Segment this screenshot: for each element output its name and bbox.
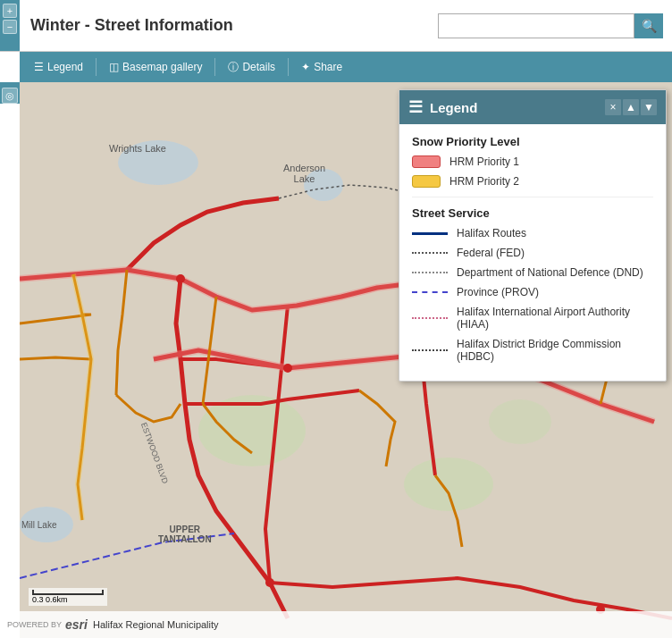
basemap-label: Basemap gallery — [122, 61, 202, 73]
legend-down-button[interactable]: ▼ — [641, 99, 657, 115]
scale-label: 0.3 0.6km — [32, 595, 104, 604]
province-label: Province (PROV) — [457, 286, 539, 298]
legend-panel: ☰ Legend × ▲ ▼ Snow Priority Level HRM P… — [399, 89, 667, 382]
legend-label: Legend — [47, 61, 83, 73]
halifax-routes-swatch — [412, 227, 448, 239]
legend-item-dnd: Department of National Defence (DND) — [412, 266, 653, 279]
legend-list-icon: ☰ — [408, 97, 423, 117]
svg-point-6 — [489, 399, 551, 444]
details-label: Details — [242, 61, 275, 73]
legend-item-priority2: HRM Priority 2 — [412, 175, 653, 188]
toolbar-separator — [96, 58, 97, 76]
priority2-swatch — [412, 175, 441, 188]
priority2-label: HRM Priority 2 — [449, 175, 519, 188]
hiaa-label: Halifax International Airport Authority … — [457, 306, 653, 331]
share-button[interactable]: ✦ Share — [294, 58, 349, 76]
logo-bar: + − — [0, 0, 20, 51]
svg-point-8 — [283, 364, 292, 373]
dnd-label: Department of National Defence (DND) — [457, 266, 643, 279]
basemap-gallery-button[interactable]: ◫ Basemap gallery — [102, 58, 209, 76]
svg-point-7 — [176, 274, 185, 283]
legend-body: Snow Priority Level HRM Priority 1 HRM P… — [399, 124, 666, 381]
footer: POWERED BY esri Halifax Regional Municip… — [0, 611, 672, 638]
snow-section-title: Snow Priority Level — [412, 135, 653, 148]
scale-bar: 0.3 0.6km — [29, 588, 107, 606]
legend-header: ☰ Legend × ▲ ▼ — [399, 90, 666, 124]
org-label: Halifax Regional Municipality — [93, 619, 219, 630]
halifax-routes-label: Halifax Routes — [457, 227, 526, 239]
toolbar-separator-2 — [214, 58, 215, 76]
legend-item-halifax-routes: Halifax Routes — [412, 227, 653, 239]
hdbc-swatch — [412, 344, 448, 357]
toolbar: ☰ Legend ◫ Basemap gallery ⓘ Details ✦ S… — [20, 52, 672, 82]
hdbc-label: Halifax District Bridge Commission (HDBC… — [457, 338, 653, 363]
left-sidebar: ◎ — [0, 82, 20, 104]
svg-point-5 — [404, 458, 493, 511]
priority1-swatch — [412, 155, 441, 168]
share-label: Share — [314, 61, 342, 73]
legend-title: Legend — [430, 100, 477, 115]
dnd-swatch — [412, 266, 448, 279]
legend-item-priority1: HRM Priority 1 — [412, 155, 653, 168]
header: + − Winter - Street Information 🔍 — [0, 0, 672, 52]
priority1-label: HRM Priority 1 — [449, 155, 519, 168]
search-input[interactable] — [438, 13, 634, 38]
list-icon: ☰ — [34, 61, 44, 73]
province-swatch — [412, 286, 448, 298]
basemap-icon: ◫ — [109, 61, 119, 73]
zoom-out-button[interactable]: − — [3, 20, 17, 34]
page-title: Winter - Street Information — [20, 16, 244, 35]
legend-close-button[interactable]: × — [605, 99, 621, 115]
legend-item-province: Province (PROV) — [412, 286, 653, 298]
details-button[interactable]: ⓘ Details — [221, 57, 282, 78]
legend-item-hdbc: Halifax District Bridge Commission (HDBC… — [412, 338, 653, 363]
powered-by-label: POWERED BY — [7, 620, 62, 629]
search-button[interactable]: 🔍 — [634, 13, 663, 38]
legend-controls: × ▲ ▼ — [605, 99, 657, 115]
info-icon: ⓘ — [228, 60, 239, 75]
legend-item-federal: Federal (FED) — [412, 247, 653, 259]
svg-point-9 — [265, 578, 274, 587]
svg-point-2 — [304, 169, 343, 201]
federal-label: Federal (FED) — [457, 247, 525, 259]
legend-up-button[interactable]: ▲ — [623, 99, 639, 115]
street-section-title: Street Service — [412, 206, 653, 220]
locate-button[interactable]: ◎ — [2, 88, 18, 104]
hiaa-swatch — [412, 312, 448, 324]
esri-logo: esri — [65, 617, 88, 632]
share-icon: ✦ — [301, 61, 310, 73]
zoom-in-button[interactable]: + — [3, 4, 17, 18]
svg-point-1 — [118, 140, 198, 185]
svg-point-3 — [20, 507, 73, 542]
map-area[interactable]: Wrights Lake AndersonLake UPPERTANTALLON… — [20, 82, 672, 638]
legend-item-hiaa: Halifax International Airport Authority … — [412, 306, 653, 331]
search-bar: 🔍 — [438, 13, 663, 38]
legend-divider — [412, 197, 653, 197]
toolbar-separator-3 — [288, 58, 289, 76]
legend-toolbar-button[interactable]: ☰ Legend — [27, 58, 90, 76]
federal-swatch — [412, 247, 448, 259]
